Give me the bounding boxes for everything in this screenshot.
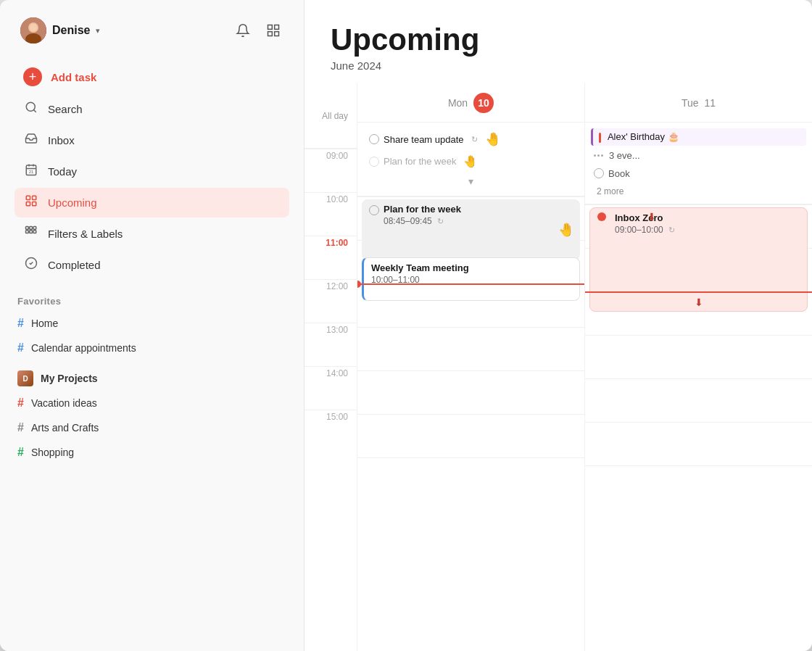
resize-handle-top[interactable]: ⬇ bbox=[647, 211, 750, 223]
plan-week-ghost-row: Plan for the week 🤚 bbox=[363, 153, 579, 170]
time-slot-1000: 10:00 bbox=[304, 192, 357, 236]
day-header-tuesday: Tue 11 bbox=[585, 83, 812, 123]
expand-row[interactable]: ▾ bbox=[363, 173, 579, 190]
calendar-columns: All day 09:00 10:00 11:00 12:00 13:00 14… bbox=[304, 83, 812, 651]
svg-rect-6 bbox=[268, 32, 273, 36]
sidebar: Denise ▾ bbox=[0, 0, 304, 651]
pink-bar-icon bbox=[599, 133, 601, 143]
avatar-image bbox=[20, 17, 46, 43]
event-circle-book bbox=[594, 168, 604, 178]
allday-event-share-team[interactable]: Share team update ↻ 🤚 bbox=[363, 128, 579, 150]
sync-icon-plan: ↻ bbox=[437, 217, 444, 225]
cursor-hand-icon: 🤚 bbox=[485, 131, 501, 147]
svg-rect-24 bbox=[33, 231, 36, 233]
svg-rect-23 bbox=[30, 231, 33, 233]
current-time-line bbox=[357, 283, 584, 285]
favorite-home[interactable]: # Home bbox=[0, 311, 304, 336]
book-text: Book bbox=[608, 168, 630, 179]
day-col-tuesday: Tue 11 Alex' Birthday 🎂 bbox=[584, 83, 812, 651]
svg-rect-4 bbox=[268, 25, 273, 30]
svg-rect-20 bbox=[30, 227, 33, 230]
day-number-tue: 11 bbox=[705, 97, 716, 109]
time-grid-monday: Plan for the week 08:45–09:45 ↻ 🤚 Weekly… bbox=[357, 196, 584, 501]
plan-week-title: Plan for the week bbox=[384, 204, 461, 215]
hash-icon: # bbox=[17, 317, 24, 330]
three-dots-icon bbox=[594, 154, 603, 157]
grid-slot-tue-15 bbox=[585, 465, 812, 509]
day-body-monday: Plan for the week 08:45–09:45 ↻ 🤚 Weekly… bbox=[357, 196, 584, 651]
svg-rect-5 bbox=[275, 25, 279, 30]
book-event[interactable]: Book bbox=[591, 165, 806, 182]
svg-rect-22 bbox=[26, 231, 29, 233]
svg-rect-7 bbox=[275, 32, 279, 36]
hash-icon: # bbox=[17, 341, 24, 354]
project-vacation-ideas[interactable]: # Vacation ideas bbox=[0, 391, 304, 415]
layout-button[interactable] bbox=[263, 20, 283, 41]
projects-title: My Projects bbox=[41, 373, 98, 384]
header-icons bbox=[233, 20, 283, 41]
search-label: Search bbox=[48, 103, 83, 115]
svg-text:21: 21 bbox=[29, 170, 34, 174]
sidebar-item-search[interactable]: Search bbox=[14, 94, 289, 124]
event-circle-share bbox=[369, 134, 379, 144]
expand-icon: ▾ bbox=[468, 175, 473, 187]
time-slot-1200: 12:00 bbox=[304, 279, 357, 323]
favorite-home-label: Home bbox=[31, 318, 58, 329]
event-circle-plan-ghost bbox=[369, 157, 379, 167]
today-label: Today bbox=[48, 165, 77, 178]
inbox-icon bbox=[23, 132, 39, 149]
notification-button[interactable] bbox=[233, 20, 253, 41]
avatar bbox=[20, 17, 46, 43]
current-time-line-tue bbox=[585, 291, 812, 293]
day-columns: Mon 10 Share team update ↻ 🤚 bbox=[357, 83, 812, 651]
cursor-hand-ghost: 🤚 bbox=[463, 154, 478, 168]
cursor-hand-plan: 🤚 bbox=[558, 222, 574, 238]
sidebar-header: Denise ▾ bbox=[0, 0, 304, 55]
time-slot-1400: 14:00 bbox=[304, 366, 357, 410]
alex-birthday-event[interactable]: Alex' Birthday 🎂 bbox=[591, 128, 806, 146]
favorite-calendar-label: Calendar appointments bbox=[31, 342, 136, 354]
allday-row-monday: Share team update ↻ 🤚 Plan for the week … bbox=[357, 123, 584, 196]
svg-rect-19 bbox=[26, 227, 29, 230]
user-info[interactable]: Denise ▾ bbox=[20, 17, 100, 43]
more-link[interactable]: 2 more bbox=[591, 185, 806, 198]
three-eve-event[interactable]: 3 eve... bbox=[591, 149, 806, 162]
sidebar-item-today[interactable]: 21 Today bbox=[14, 157, 289, 186]
event-inbox-zero[interactable]: Inbox Zero 09:00–10:00 ↻ ⬇ ⬇ bbox=[589, 207, 808, 312]
add-task-button[interactable]: + Add task bbox=[14, 61, 289, 93]
filters-icon bbox=[23, 225, 39, 242]
hash-icon-gray: # bbox=[17, 421, 24, 434]
grid-slot-mon-12 bbox=[357, 327, 584, 370]
weekly-meeting-title: Weekly Team meeting bbox=[371, 262, 572, 273]
time-slot-1100: 11:00 bbox=[304, 236, 357, 279]
page-subtitle: June 2024 bbox=[331, 59, 786, 72]
event-weekly-meeting[interactable]: Weekly Team meeting 10:00–11:00 bbox=[362, 257, 580, 301]
day-col-monday: Mon 10 Share team update ↻ 🤚 bbox=[357, 83, 584, 651]
grid-slot-mon-14 bbox=[357, 414, 584, 457]
upcoming-icon bbox=[23, 194, 39, 211]
grid-slot-mon-15 bbox=[357, 457, 584, 501]
sidebar-nav: + Add task Search bbox=[0, 55, 304, 286]
event-plan-week[interactable]: Plan for the week 08:45–09:45 ↻ 🤚 bbox=[362, 199, 580, 260]
project-shopping[interactable]: # Shopping bbox=[0, 440, 304, 465]
sidebar-item-filters[interactable]: Filters & Labels bbox=[14, 219, 289, 249]
favorite-calendar-appointments[interactable]: # Calendar appointments bbox=[0, 336, 304, 360]
resize-handle-bottom[interactable]: ⬇ bbox=[695, 297, 703, 308]
time-slot-1500: 15:00 bbox=[304, 410, 357, 453]
svg-rect-15 bbox=[26, 196, 30, 199]
grid-slot-tue-13 bbox=[585, 378, 812, 422]
project-arts-crafts[interactable]: # Arts and Crafts bbox=[0, 415, 304, 440]
sidebar-item-inbox[interactable]: Inbox bbox=[14, 125, 289, 155]
user-name: Denise bbox=[52, 24, 90, 37]
sidebar-item-upcoming[interactable]: Upcoming bbox=[14, 188, 289, 217]
time-column: All day 09:00 10:00 11:00 12:00 13:00 14… bbox=[304, 83, 357, 651]
sidebar-item-completed[interactable]: Completed bbox=[14, 250, 289, 280]
upcoming-label: Upcoming bbox=[48, 196, 97, 209]
day-body-tuesday: Inbox Zero 09:00–10:00 ↻ ⬇ ⬇ bbox=[585, 204, 812, 651]
day-header-monday: Mon 10 bbox=[357, 83, 584, 123]
grid-slot-tue-14 bbox=[585, 422, 812, 465]
inbox-zero-time: 09:00–10:00 ↻ bbox=[615, 225, 675, 235]
main-content: Upcoming June 2024 All day 09:00 10:00 1… bbox=[304, 0, 812, 651]
event-circle-plan-week bbox=[369, 205, 379, 215]
search-icon bbox=[23, 101, 39, 117]
